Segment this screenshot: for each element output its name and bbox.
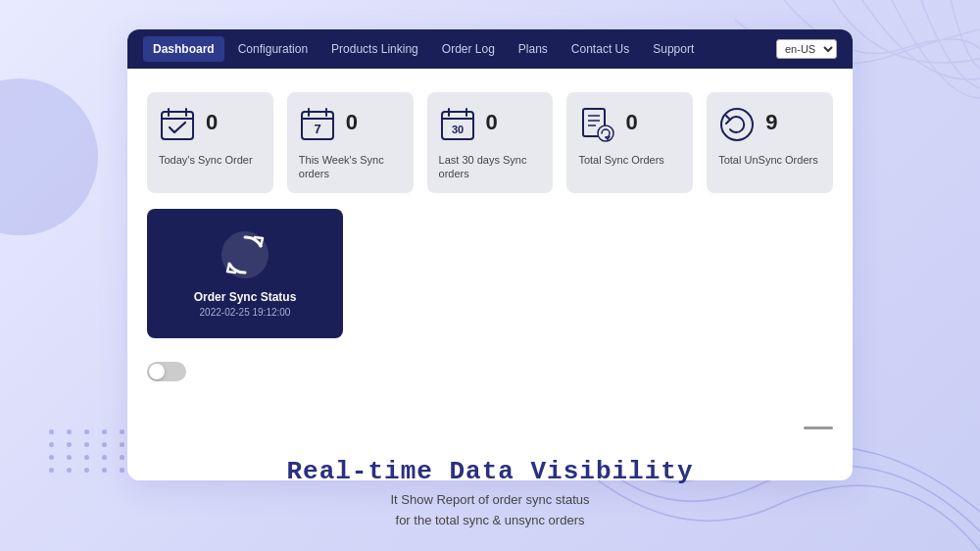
footer-line2: for the total sync & unsync orders xyxy=(396,513,585,527)
nav-contact-us[interactable]: Contact Us xyxy=(562,36,639,62)
document-sync-icon xyxy=(578,106,615,143)
nav-order-log[interactable]: Order Log xyxy=(432,36,505,62)
sync-toggle[interactable] xyxy=(147,362,186,381)
calendar-30-icon: 30 xyxy=(439,106,476,143)
sync-status-title: Order Sync Status xyxy=(194,290,297,304)
total-unsync-value: 9 xyxy=(765,110,777,135)
svg-text:30: 30 xyxy=(451,124,463,135)
month-sync-label: Last 30 days Sync orders xyxy=(439,153,542,181)
stat-total-sync: 0 Total Sync Orders xyxy=(566,92,693,193)
nav-support[interactable]: Support xyxy=(643,36,704,62)
nav-configuration[interactable]: Configuration xyxy=(228,36,318,62)
calendar-check-icon xyxy=(159,106,196,143)
sync-arrows-icon xyxy=(220,229,270,280)
main-card: Dashboard Configuration Products Linking… xyxy=(127,29,853,480)
bottom-section: Order Sync Status 2022-02-25 19:12:00 xyxy=(127,209,853,354)
nav-plans[interactable]: Plans xyxy=(509,36,558,62)
footer-title: Real-time Data Visibility xyxy=(0,457,980,486)
svg-point-18 xyxy=(598,125,613,141)
language-select[interactable]: en-US fr-FR de-DE xyxy=(776,39,837,59)
total-unsync-label: Total UnSync Orders xyxy=(718,153,821,167)
navbar: Dashboard Configuration Products Linking… xyxy=(127,29,853,69)
total-sync-value: 0 xyxy=(625,110,637,135)
toggle-thumb xyxy=(149,364,165,379)
stat-today-sync: 0 Today's Sync Order xyxy=(147,92,273,193)
bg-circle xyxy=(0,78,98,235)
footer-subtitle: It Show Report of order sync status for … xyxy=(0,490,980,531)
sync-status-card: Order Sync Status 2022-02-25 19:12:00 xyxy=(147,209,343,338)
footer-section: Real-time Data Visibility It Show Report… xyxy=(0,457,980,531)
week-sync-value: 0 xyxy=(346,110,358,135)
refresh-circle-icon xyxy=(718,106,756,143)
nav-products-linking[interactable]: Products Linking xyxy=(321,36,428,62)
svg-text:7: 7 xyxy=(314,122,320,136)
svg-rect-0 xyxy=(162,112,193,139)
right-indicator xyxy=(804,426,833,429)
footer-line1: It Show Report of order sync status xyxy=(390,492,589,507)
today-sync-label: Today's Sync Order xyxy=(159,153,262,167)
stat-week-sync: 7 0 This Week's Sync orders xyxy=(287,92,414,193)
svg-point-19 xyxy=(721,109,753,140)
month-sync-value: 0 xyxy=(486,110,498,135)
total-sync-label: Total Sync Orders xyxy=(578,153,681,167)
toggle-row xyxy=(127,354,853,381)
sync-status-datetime: 2022-02-25 19:12:00 xyxy=(200,307,291,318)
stat-month-sync: 30 0 Last 30 days Sync orders xyxy=(427,92,554,193)
nav-dashboard[interactable]: Dashboard xyxy=(143,36,224,62)
today-sync-value: 0 xyxy=(206,110,218,135)
stats-row: 0 Today's Sync Order 7 0 This Week's Syn… xyxy=(127,69,853,209)
stat-total-unsync: 9 Total UnSync Orders xyxy=(707,92,833,193)
week-sync-label: This Week's Sync orders xyxy=(299,153,402,181)
calendar-7-icon: 7 xyxy=(299,106,336,143)
